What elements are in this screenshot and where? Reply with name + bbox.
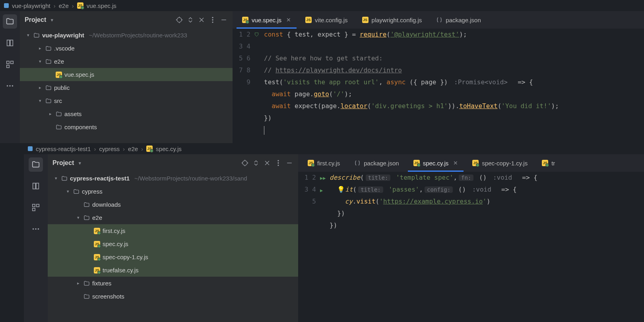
editor-area-2: JSfirst.cy.jspackage.jsonJSspec.cy.js✕JS… (298, 154, 644, 322)
folder-icon (61, 175, 68, 182)
tree-item[interactable]: ▸fixtures (48, 277, 298, 290)
tab-label: first.cy.js (317, 160, 340, 167)
tree-item[interactable]: ▸JSvue.spec.js (20, 68, 233, 81)
breadcrumb-item[interactable]: e2e (128, 145, 138, 152)
editor-tab[interactable]: JSspec-copy-1.cy.js (467, 154, 533, 172)
tree-item[interactable]: ▸JSspec.cy.js (48, 237, 298, 250)
project-view-button[interactable] (3, 14, 17, 29)
svg-rect-15 (37, 204, 39, 207)
tree-item[interactable]: ▾e2e (48, 211, 298, 224)
breadcrumb-item[interactable]: cypress (99, 145, 120, 152)
project-sidebar-1: Project ▾ ▾ vue-playwright ~/WebstormPro… (20, 11, 233, 143)
run-test-icon[interactable]: ⛉ (254, 32, 259, 38)
editor-tab[interactable]: JSfirst.cy.js (302, 154, 345, 172)
code-editor-1[interactable]: 1 2 3 4 5 6 7 8 9 ⛉ const { test, expect… (233, 29, 644, 143)
folder-icon (83, 280, 90, 287)
code-editor-2[interactable]: 1 2 3 4 5 ▶▶ ▶ describe(title: 'template… (298, 172, 644, 322)
breadcrumb-item[interactable]: vue-playwright (12, 2, 50, 9)
editor-tabs-1: JSvue.spec.js✕JSvite.config.jsJSplaywrig… (233, 11, 644, 29)
tree-item-label: e2e (54, 58, 64, 65)
tree-item[interactable]: ▸JSfirst.cy.js (48, 224, 298, 237)
hide-icon[interactable] (220, 16, 228, 24)
locate-icon[interactable] (175, 16, 183, 24)
svg-point-6 (9, 85, 11, 87)
breadcrumb-item[interactable]: e2e (59, 2, 69, 9)
run-test-icon[interactable]: ▶▶ (320, 175, 326, 181)
tab-label: vue.spec.js (252, 17, 281, 23)
tab-label: playwright.config.js (372, 17, 422, 23)
more-button[interactable] (29, 222, 43, 236)
js-file-icon: JS (94, 241, 100, 247)
editor-tab[interactable]: JSvue.spec.js✕ (237, 11, 297, 29)
tree-item[interactable]: ▸downloads (48, 198, 298, 211)
hide-icon[interactable] (285, 159, 293, 167)
breadcrumb-item[interactable]: spec.cy.js (156, 145, 182, 152)
js-file-icon: JS (146, 145, 153, 152)
tree-item-label: truefalse.cy.js (103, 267, 139, 274)
tree-item[interactable]: ▾cypress (48, 185, 298, 198)
chevron-icon: ▾ (65, 189, 71, 194)
options-icon[interactable] (274, 159, 282, 167)
tree-item-label: spec-copy-1.cy.js (103, 254, 148, 260)
close-icon[interactable]: ✕ (453, 160, 458, 166)
ide-window-1: vue-playwright › e2e › JS vue.spec.js Pr… (0, 0, 644, 143)
tree-item[interactable]: ▸JSspec-copy-1.cy.js (48, 250, 298, 264)
chevron-down-icon: ▾ (25, 33, 31, 38)
options-icon[interactable] (209, 16, 217, 24)
editor-tab[interactable]: JSplaywright.config.js (357, 11, 428, 29)
expand-icon[interactable] (186, 16, 194, 24)
tree-item[interactable]: ▸.vscode (20, 42, 233, 55)
chevron-down-icon[interactable]: ▾ (49, 17, 55, 23)
sidebar-title: Project (25, 16, 46, 23)
tree-item-label: first.cy.js (103, 227, 125, 234)
editor-tab[interactable]: JStr (536, 154, 561, 172)
svg-point-17 (33, 228, 34, 230)
js-file-icon: JS (77, 2, 83, 9)
code-content[interactable]: describe(title: 'template spec',fn: () :… (330, 172, 644, 322)
svg-point-23 (277, 165, 279, 166)
tree-item[interactable]: ▸assets (20, 107, 233, 120)
editor-tab[interactable]: JSvite.config.js (300, 11, 353, 29)
project-sidebar-2: Project ▾ ▾ cypress-reactjs-test1 ~/Webs… (48, 154, 298, 322)
breadcrumb-item[interactable]: cypress-reactjs-test1 (36, 145, 91, 152)
js-file-icon: JS (56, 72, 62, 78)
structure-button[interactable] (29, 200, 43, 215)
collapse-all-icon[interactable] (198, 16, 206, 24)
code-content[interactable]: const { test, expect } = require('@playw… (264, 29, 644, 143)
tree-item[interactable]: ▾src (20, 94, 233, 107)
js-file-icon: JS (542, 160, 548, 166)
tree-root[interactable]: ▾ vue-playwright ~/WebstormProjects/rout… (20, 29, 233, 42)
editor-tab[interactable]: package.json (431, 11, 486, 29)
close-icon[interactable]: ✕ (286, 17, 291, 23)
structure-button[interactable] (3, 57, 17, 72)
folder-icon (83, 293, 90, 300)
ide-window-2: cypress-reactjs-test1 › cypress › e2e › … (0, 143, 644, 322)
project-view-button[interactable] (29, 157, 43, 172)
locate-icon[interactable] (241, 159, 249, 167)
collapse-all-icon[interactable] (263, 159, 271, 167)
tree-item[interactable]: ▸public (20, 81, 233, 94)
chevron-icon: ▾ (37, 59, 43, 64)
expand-icon[interactable] (252, 159, 260, 167)
editor-tab[interactable]: package.json (349, 154, 404, 172)
chevron-down-icon[interactable]: ▾ (77, 161, 83, 166)
svg-rect-3 (11, 61, 13, 64)
bookmarks-button[interactable] (3, 36, 17, 50)
editor-tab[interactable]: JSspec.cy.js✕ (408, 154, 464, 172)
svg-point-8 (177, 17, 182, 22)
run-test-icon[interactable]: ▶ (320, 188, 323, 193)
tree-item[interactable]: ▾e2e (20, 55, 233, 68)
folder-icon (45, 85, 52, 91)
tree-item[interactable]: ▸screenshots (48, 290, 298, 303)
tree-item-label: screenshots (92, 293, 124, 300)
more-button[interactable] (3, 79, 17, 93)
tree-item[interactable]: ▸JStruefalse.cy.js (48, 264, 298, 277)
bookmarks-button[interactable] (29, 179, 43, 193)
breadcrumb-item[interactable]: vue.spec.js (87, 2, 116, 9)
tree-root[interactable]: ▾ cypress-reactjs-test1 ~/WebstormProjec… (48, 172, 298, 185)
chevron-icon: ▾ (37, 98, 43, 103)
svg-point-11 (212, 21, 213, 23)
svg-rect-4 (7, 65, 9, 68)
svg-point-22 (277, 162, 279, 163)
tree-item[interactable]: ▸components (20, 120, 233, 134)
